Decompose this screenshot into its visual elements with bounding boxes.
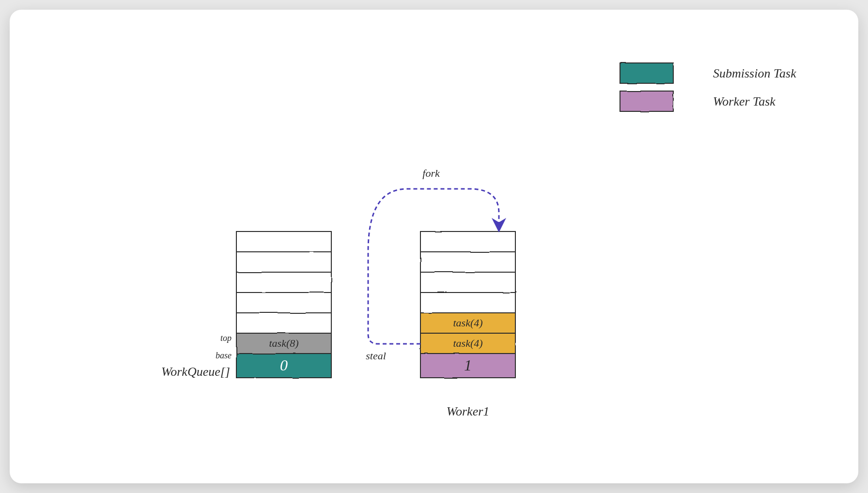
worker-label: Worker1 [447, 404, 490, 418]
left-queue: task(8) 0 top base WorkQueue[] [161, 231, 331, 379]
right-slot-empty [420, 293, 515, 313]
diagram-card: Submission Task Worker Task task(8) 0 [10, 10, 858, 483]
left-base-label: base [216, 351, 232, 360]
right-taskA-label: task(4) [453, 317, 482, 329]
steal-label: steal [366, 350, 386, 362]
diagram-svg: Submission Task Worker Task task(8) 0 [10, 10, 858, 483]
right-slot-empty [420, 252, 515, 272]
left-slot-empty [236, 293, 331, 313]
left-slot-empty [236, 313, 331, 333]
fork-label: fork [422, 167, 440, 179]
right-base-index: 1 [464, 356, 472, 374]
left-top-label: top [220, 333, 232, 343]
legend: Submission Task Worker Task [620, 63, 796, 111]
right-slot-empty [420, 231, 515, 252]
left-task-label: task(8) [269, 337, 298, 349]
left-slot-empty [236, 272, 331, 293]
right-taskB-label: task(4) [453, 337, 482, 349]
legend-swatch-submission [620, 63, 673, 83]
legend-label-submission: Submission Task [713, 66, 796, 80]
left-slot-empty [236, 231, 331, 252]
left-slot-empty [236, 252, 331, 272]
left-base-index: 0 [280, 356, 288, 374]
right-queue: task(4) task(4) 1 Worker1 [420, 231, 515, 418]
legend-swatch-worker [620, 91, 673, 111]
legend-label-worker: Worker Task [713, 94, 775, 108]
right-slot-empty [420, 272, 515, 293]
workqueue-array-label: WorkQueue[] [161, 365, 230, 379]
